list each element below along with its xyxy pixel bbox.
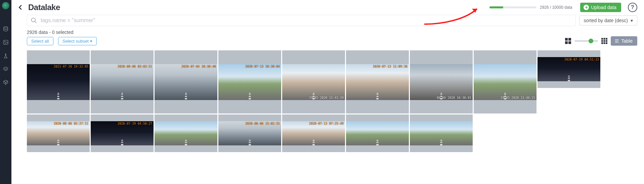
timestamp-overlay: 29 05 2020 11:48:21 xyxy=(501,96,535,99)
thumb-image xyxy=(410,121,473,145)
chevron-down-icon: ▾ xyxy=(631,18,633,23)
timestamp-overlay: 2020-07-19 04:51:23 xyxy=(564,58,599,61)
timestamp-overlay: 2020-08-06 02:27:11 xyxy=(54,122,88,125)
help-icon: ? xyxy=(631,4,634,10)
gallery-thumb[interactable]: 2021-07-20 19:32:05 xyxy=(27,50,90,113)
timestamp-overlay: 2021-07-20 19:32:05 xyxy=(54,65,88,68)
svg-point-2 xyxy=(4,41,5,42)
timestamp-overlay: 2020-07-04 10:38:40 xyxy=(181,65,216,68)
thumb-image xyxy=(346,121,409,145)
gallery-thumb[interactable]: 2020-08-06 15:02:52 xyxy=(218,114,281,152)
quota-progress-track xyxy=(489,6,536,8)
gallery-thumb[interactable]: 2020-08-06 02:27:11 xyxy=(27,114,90,152)
grid-large-icon[interactable] xyxy=(565,38,571,44)
slider-knob[interactable] xyxy=(589,39,593,43)
nav-layers-icon[interactable] xyxy=(2,66,9,73)
svg-line-4 xyxy=(35,21,37,23)
svg-point-3 xyxy=(32,18,36,22)
thumbnail-size-slider[interactable] xyxy=(574,40,598,42)
timestamp-overlay: 2020-07-19 04:50:27 xyxy=(118,122,152,125)
plus-icon: + xyxy=(584,5,589,10)
nav-models-icon[interactable] xyxy=(2,79,9,86)
quota-progress: 2926 / 10000 data xyxy=(489,5,572,10)
search-box[interactable] xyxy=(27,15,576,26)
thumb-image: 2020-07-13 11:09:36 xyxy=(346,64,409,100)
gallery-thumb[interactable]: 2020-07-19 04:50:27 xyxy=(91,114,154,152)
app-logo xyxy=(2,2,9,9)
thumb-image: 29 05 2020 11:41:19 xyxy=(282,64,345,100)
quota-progress-fill xyxy=(489,6,503,8)
select-subset-button[interactable]: Select subset ▾ xyxy=(58,37,97,45)
timestamp-overlay: 2020-07-13 10:38:04 xyxy=(245,65,280,68)
svg-rect-7 xyxy=(565,41,568,44)
thumb-image: 2020-07-13 07:25:49 xyxy=(282,121,345,145)
timestamp-overlay: 2020-08-06 03:03:51 xyxy=(118,65,152,68)
svg-rect-15 xyxy=(601,42,603,44)
svg-rect-17 xyxy=(606,42,607,44)
status-text: 2926 data - 0 selected xyxy=(27,30,74,35)
page-title: Datalake xyxy=(28,3,60,12)
thumb-image: 2020-08-06 15:02:52 xyxy=(218,121,281,145)
timestamp-overlay: 29 05 2020 11:41:19 xyxy=(309,96,344,99)
upload-data-button[interactable]: + Upload data xyxy=(580,3,621,12)
svg-rect-14 xyxy=(606,40,607,42)
gallery-thumb[interactable] xyxy=(155,114,217,152)
sort-select-label: sorted by date (desc) xyxy=(584,18,628,23)
gallery-thumb[interactable]: 06 06 2020 10:30:01 xyxy=(410,50,473,113)
main-panel: Datalake 2926 / 10000 data + Upload data… xyxy=(11,0,644,184)
gallery-thumb[interactable] xyxy=(410,114,473,152)
gallery-thumb[interactable]: 2020-08-06 03:03:51 xyxy=(91,50,154,113)
nav-datasets-icon[interactable] xyxy=(2,26,9,32)
back-button[interactable] xyxy=(16,3,25,12)
thumb-image: 2020-07-19 04:50:27 xyxy=(91,121,154,145)
upload-data-label: Upload data xyxy=(591,5,616,10)
gallery-thumb[interactable]: 2020-07-13 10:38:04 xyxy=(218,50,281,113)
nav-experiments-icon[interactable] xyxy=(2,52,9,59)
timestamp-overlay: 2020-07-13 11:09:36 xyxy=(373,65,407,68)
gallery-thumb[interactable]: 2020-07-13 11:09:36 xyxy=(346,50,409,113)
thumb-image: 2020-07-19 04:51:23 xyxy=(538,57,600,81)
image-gallery: 2021-07-20 19:32:052020-08-06 03:03:5120… xyxy=(11,47,644,184)
side-rail xyxy=(0,0,11,184)
thumb-image: 06 06 2020 10:30:01 xyxy=(410,64,473,100)
svg-rect-5 xyxy=(565,38,568,41)
svg-rect-1 xyxy=(3,40,8,44)
thumb-image: 29 05 2020 11:48:21 xyxy=(474,64,536,100)
search-icon xyxy=(31,17,37,24)
sort-select[interactable]: sorted by date (desc) ▾ xyxy=(579,15,637,26)
list-icon xyxy=(614,38,619,44)
svg-rect-6 xyxy=(568,38,571,41)
thumb-image: 2020-08-06 02:27:11 xyxy=(27,121,90,145)
thumb-image: 2020-08-06 03:03:51 xyxy=(91,64,154,100)
table-view-button[interactable]: Table xyxy=(611,36,637,46)
svg-rect-8 xyxy=(568,41,571,44)
gallery-thumb[interactable]: 2020-07-13 07:25:49 xyxy=(282,114,345,152)
gallery-thumb[interactable]: 2020-07-19 04:51:23 xyxy=(538,50,600,88)
thumb-image: 2020-07-13 10:38:04 xyxy=(218,64,281,100)
header-bar: Datalake 2926 / 10000 data + Upload data… xyxy=(11,0,644,13)
thumb-image: 2021-07-20 19:32:05 xyxy=(27,64,90,100)
grid-small-icon[interactable] xyxy=(601,38,607,44)
gallery-thumb[interactable] xyxy=(346,114,409,152)
controls-row-2: Select all Select subset ▾ Table xyxy=(11,36,644,47)
svg-rect-16 xyxy=(603,42,605,44)
svg-rect-13 xyxy=(603,40,605,42)
search-input[interactable] xyxy=(41,17,572,24)
timestamp-overlay: 06 06 2020 10:30:01 xyxy=(437,96,471,99)
timestamp-overlay: 2020-07-13 07:25:49 xyxy=(309,122,344,125)
thumb-image: 2020-07-04 10:38:40 xyxy=(155,64,217,100)
gallery-thumb[interactable]: 29 05 2020 11:41:19 xyxy=(282,50,345,113)
svg-rect-11 xyxy=(606,38,607,40)
view-controls: Table xyxy=(565,36,637,46)
nav-images-icon[interactable] xyxy=(2,39,9,46)
help-button[interactable]: ? xyxy=(628,3,637,12)
search-row: sorted by date (desc) ▾ xyxy=(11,13,644,28)
svg-rect-10 xyxy=(603,38,605,40)
quota-progress-text: 2926 / 10000 data xyxy=(540,5,572,10)
gallery-thumb[interactable]: 29 05 2020 11:48:21 xyxy=(474,50,536,113)
timestamp-overlay: 2020-08-06 15:02:52 xyxy=(245,122,280,125)
svg-rect-12 xyxy=(601,40,603,42)
thumb-image xyxy=(155,121,217,145)
gallery-thumb[interactable]: 2020-07-04 10:38:40 xyxy=(155,50,217,113)
select-all-button[interactable]: Select all xyxy=(27,37,53,45)
